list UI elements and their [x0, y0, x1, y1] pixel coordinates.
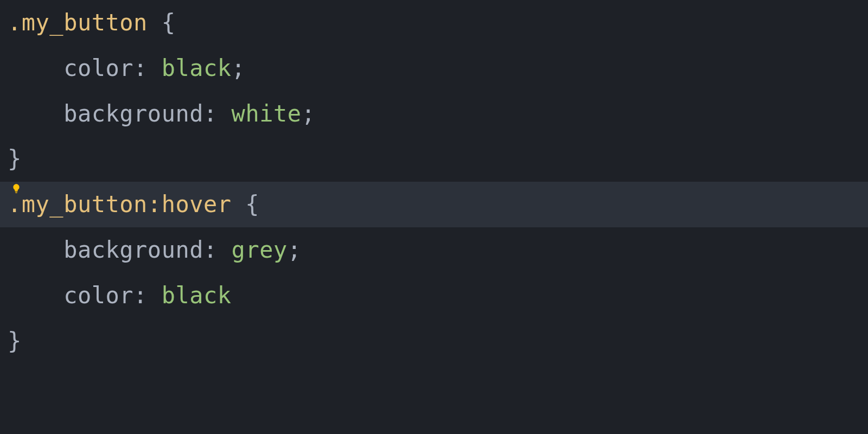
colon: :: [133, 55, 162, 81]
open-brace: {: [148, 9, 176, 36]
code-line[interactable]: color: black;: [0, 46, 868, 91]
css-selector: .my_button:hover: [8, 191, 232, 218]
semicolon: ;: [288, 237, 302, 263]
semicolon: ;: [232, 55, 246, 81]
colon: :: [203, 237, 232, 263]
css-value: grey: [232, 237, 288, 263]
css-property: color: [63, 282, 133, 309]
close-brace: }: [8, 328, 22, 354]
code-editor[interactable]: .my_button { color: black; background: w…: [0, 0, 868, 363]
colon: :: [133, 282, 162, 309]
css-property: background: [63, 100, 203, 127]
css-property: background: [63, 237, 203, 263]
indent: [8, 47, 63, 90]
semicolon: ;: [302, 100, 316, 127]
indent: [8, 92, 63, 136]
indent: [8, 228, 63, 272]
css-selector: .my_button: [8, 9, 148, 36]
code-line-highlighted[interactable]: .my_button:hover {: [0, 182, 868, 227]
code-line[interactable]: background: grey;: [0, 227, 868, 273]
indent: [8, 274, 63, 317]
css-value: black: [162, 282, 232, 309]
code-line[interactable]: .my_button {: [0, 0, 868, 46]
colon: :: [203, 100, 232, 127]
close-brace: }: [8, 145, 22, 172]
code-line[interactable]: }: [0, 136, 868, 182]
open-brace: {: [232, 191, 260, 218]
svg-rect-0: [15, 192, 17, 192]
css-value: black: [162, 55, 232, 81]
css-value: white: [232, 100, 302, 127]
code-line[interactable]: background: white;: [0, 91, 868, 137]
svg-rect-1: [15, 193, 17, 193]
code-line[interactable]: }: [0, 318, 868, 364]
code-line[interactable]: color: black: [0, 273, 868, 318]
lightbulb-icon[interactable]: [11, 173, 22, 184]
css-property: color: [63, 55, 133, 81]
